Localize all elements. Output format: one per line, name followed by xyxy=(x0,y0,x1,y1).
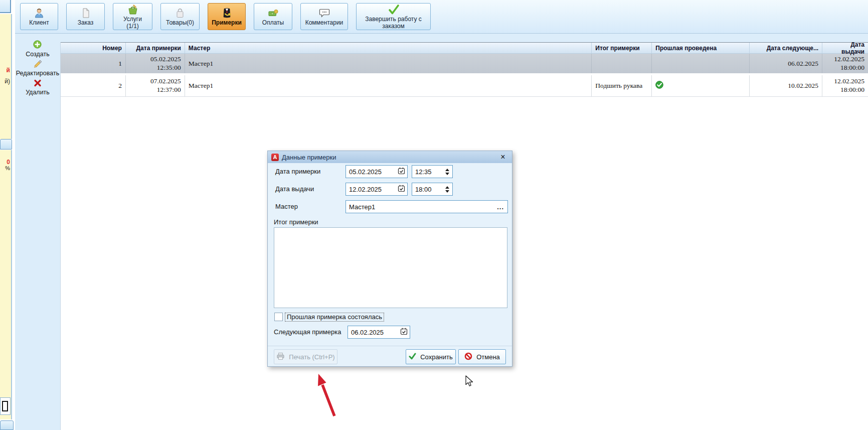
print-button[interactable]: Печать (Ctrl+P) xyxy=(274,349,337,364)
next-fitting-date-input[interactable]: 06.02.2025 xyxy=(348,326,410,339)
annotation-arrow xyxy=(310,371,341,421)
column-header-result[interactable]: Итог примерки xyxy=(592,43,652,53)
cell-next-date: 10.02.2025 xyxy=(750,75,822,96)
close-icon[interactable]: × xyxy=(497,153,508,161)
column-header-fitting-date[interactable]: Дата примерки xyxy=(126,43,185,53)
left-panel-group-header xyxy=(0,139,12,150)
time-spinner[interactable] xyxy=(445,186,449,193)
cancel-button-label: Отмена xyxy=(476,353,500,361)
cell-number: 2 xyxy=(61,75,126,96)
browse-ellipsis-button[interactable]: ... xyxy=(497,203,504,211)
toolbar-button-label: Товары(0) xyxy=(165,20,195,26)
sidebar-item-label: Редактировать xyxy=(16,70,59,77)
add-icon xyxy=(33,40,42,50)
master-label: Мастер xyxy=(275,203,298,210)
left-panel-top-section xyxy=(0,14,12,139)
calendar-icon[interactable] xyxy=(398,167,405,176)
check-circle-icon xyxy=(655,81,663,91)
print-button-label: Печать (Ctrl+P) xyxy=(289,353,334,361)
save-button[interactable]: Сохранить xyxy=(406,349,456,364)
toolbar-button-label: Заказ xyxy=(77,20,94,26)
toolbar-button-order[interactable]: Заказ xyxy=(66,3,105,30)
left-panel-text-fragment: й) xyxy=(0,78,10,85)
time-spinner[interactable] xyxy=(445,169,449,175)
issue-date-label: Дата выдачи xyxy=(275,185,314,193)
cancel-prohibition-icon xyxy=(464,352,472,362)
result-textarea[interactable] xyxy=(274,227,507,308)
dialog-titlebar[interactable]: A Данные примерки × xyxy=(268,151,512,163)
delete-cross-icon xyxy=(34,79,42,88)
toolbar-button-goods[interactable]: Товары(0) xyxy=(160,3,200,30)
column-header-number[interactable]: Номер xyxy=(61,43,126,53)
sidebar-item-label: Создать xyxy=(26,51,50,58)
services-basket-icon xyxy=(127,4,139,16)
table-row[interactable]: 1 05.02.2025 12:35:00 Мастер1 06.02.2025… xyxy=(61,54,868,75)
result-label: Итог примерки xyxy=(274,218,318,226)
printer-icon xyxy=(276,352,285,362)
cell-result: Подшить рукава xyxy=(592,75,652,96)
toolbar-button-finish-order[interactable]: Завершить работу с заказом xyxy=(356,3,431,30)
spinner-up-icon[interactable] xyxy=(445,169,449,171)
fitting-date-label: Дата примерки xyxy=(275,168,320,175)
sidebar-item-delete[interactable]: Удалить xyxy=(26,79,50,99)
toolbar-button-fittings[interactable]: Примерки xyxy=(208,3,246,30)
toolbar-button-label: Оплаты xyxy=(261,20,285,26)
table-row[interactable]: 2 07.02.2025 12:37:00 Мастер1 Подшить ру… xyxy=(61,75,868,97)
fitting-date-input[interactable]: 05.02.2025 xyxy=(345,165,408,178)
dialog-footer-divider xyxy=(268,346,512,346)
left-panel-text-fragment: 0 xyxy=(0,159,10,166)
sidebar-item-create[interactable]: Создать xyxy=(26,40,50,60)
fitting-time-input[interactable]: 12:35 xyxy=(412,165,453,178)
spinner-up-icon[interactable] xyxy=(445,186,449,189)
previous-fitting-checkbox[interactable] xyxy=(274,313,283,321)
toolbar-button-comments[interactable]: Комментарии xyxy=(300,3,348,30)
fitting-data-dialog: A Данные примерки × Дата примерки 05.02.… xyxy=(267,151,512,367)
fitting-date-value: 05.02.2025 xyxy=(349,168,398,176)
previous-fitting-checkbox-label[interactable]: Прошлая примерка состоялась xyxy=(285,313,384,322)
issue-date-input[interactable]: 12.02.2025 xyxy=(345,183,408,196)
calendar-icon[interactable] xyxy=(398,185,405,194)
toolbar-button-payments[interactable]: Оплаты xyxy=(254,3,292,30)
left-panel-cropped-box xyxy=(0,397,11,415)
master-input[interactable]: Мастер1 ... xyxy=(345,200,508,213)
master-value: Мастер1 xyxy=(349,203,497,211)
issue-time-value: 18:00 xyxy=(415,186,445,193)
finish-check-icon xyxy=(387,4,400,16)
column-header-master[interactable]: Мастер xyxy=(185,43,592,53)
spinner-down-icon[interactable] xyxy=(445,190,449,193)
sidebar-item-label: Удалить xyxy=(26,89,50,96)
toolbar-button-client[interactable]: Клиент xyxy=(20,3,58,30)
cell-master: Мастер1 xyxy=(185,75,592,96)
toolbar-button-label: Примерки xyxy=(211,20,243,26)
cell-fitting-date: 05.02.2025 12:35:00 xyxy=(126,54,185,73)
column-header-next-date[interactable]: Дата следующе... xyxy=(750,43,822,53)
column-header-issue-date[interactable]: Дата выдачи xyxy=(822,43,868,53)
app-window: й й) 0 % Клиент Заказ Услуги (1/1) xyxy=(0,0,868,430)
cell-fitting-date: 07.02.2025 12:37:00 xyxy=(126,75,185,96)
cell-issue-date: 12.02.2025 18:00:00 xyxy=(822,75,868,96)
cancel-button[interactable]: Отмена xyxy=(458,349,506,364)
cell-next-date: 06.02.2025 xyxy=(750,54,822,73)
issue-time-input[interactable]: 18:00 xyxy=(412,183,453,196)
cell-master: Мастер1 xyxy=(185,54,592,73)
left-panel-text-fragment: й xyxy=(0,67,10,74)
next-fitting-label: Следующая примерка xyxy=(274,328,341,336)
left-panel-bottom-strip xyxy=(0,420,14,430)
toolbar-button-label: Услуги (1/1) xyxy=(122,16,143,30)
client-icon xyxy=(34,7,45,19)
mouse-cursor xyxy=(465,375,474,389)
calendar-icon[interactable] xyxy=(400,328,408,337)
save-check-icon xyxy=(409,353,416,361)
sidebar-item-edit[interactable]: Редактировать xyxy=(16,60,59,79)
left-panel-inner-box xyxy=(2,401,8,411)
left-panel-text-fragment: % xyxy=(0,165,10,171)
fitting-suit-icon xyxy=(221,7,233,19)
cell-result xyxy=(592,54,652,73)
next-fitting-date-value: 06.02.2025 xyxy=(351,329,400,336)
toolbar-button-services[interactable]: Услуги (1/1) xyxy=(113,3,152,30)
column-header-previous-done[interactable]: Прошлая проведена xyxy=(652,43,750,53)
toolbar-button-label: Завершить работу с заказом xyxy=(357,16,430,30)
spinner-down-icon[interactable] xyxy=(445,173,449,175)
cell-previous-done xyxy=(652,54,750,73)
app-logo-icon: A xyxy=(271,154,279,161)
